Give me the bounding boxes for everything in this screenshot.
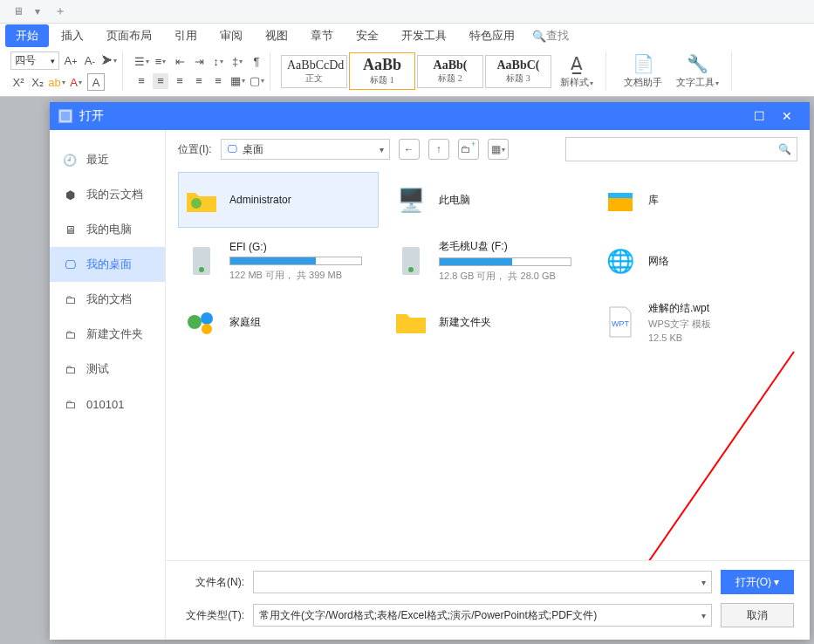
font-color-icon[interactable]: A xyxy=(68,74,84,90)
monitor-icon[interactable]: 🖥 xyxy=(12,5,24,17)
wpt-file-icon: WPT xyxy=(601,305,640,339)
drive-icon xyxy=(182,243,221,278)
new-style-button[interactable]: A̲新样式 xyxy=(553,51,600,91)
filename-input[interactable]: ▾ xyxy=(253,571,712,593)
chevron-down-icon: ▾ xyxy=(701,578,706,587)
pc-icon: 🖥 xyxy=(62,222,78,237)
align-justify-icon[interactable]: ≡ xyxy=(191,73,207,89)
sort-icon[interactable]: ↕ xyxy=(210,54,226,70)
style-normal[interactable]: AaBbCcDd正文 xyxy=(281,55,347,88)
line-spacing-icon[interactable]: ‡ xyxy=(229,54,245,70)
menu-review[interactable]: 审阅 xyxy=(209,24,253,47)
up-button[interactable]: ↑ xyxy=(428,139,449,160)
char-border-icon[interactable]: A xyxy=(87,73,105,91)
search-icon[interactable]: 🔍 xyxy=(778,143,791,155)
menu-search-label: 查找 xyxy=(546,28,569,44)
menu-search[interactable]: 🔍查找 xyxy=(532,28,569,44)
item-thispc[interactable]: 🖥️ 此电脑 xyxy=(387,172,588,228)
sidebar-item-cloud[interactable]: ⬢我的云文档 xyxy=(50,177,165,212)
sidebar-item-010101[interactable]: 🗀010101 xyxy=(50,387,165,421)
filetype-label: 文件类型(T): xyxy=(181,608,244,623)
search-icon: 🔍 xyxy=(532,30,546,43)
sidebar-item-documents[interactable]: 🗀我的文档 xyxy=(50,282,165,317)
menu-pagelayout[interactable]: 页面布局 xyxy=(96,24,162,47)
align-center-icon[interactable]: ≡ xyxy=(153,73,168,89)
filename-label: 文件名(N): xyxy=(181,575,244,590)
subscript-icon[interactable]: X₂ xyxy=(30,74,45,90)
style-h2[interactable]: AaBb(标题 2 xyxy=(417,55,483,88)
doc-helper-button[interactable]: 📄文档助手 xyxy=(617,51,669,91)
item-drive-f[interactable]: 老毛桃U盘 (F:)12.8 GB 可用， 共 28.0 GB xyxy=(387,233,588,289)
chevron-down-icon: ▾ xyxy=(380,145,384,154)
network-icon: 🌐 xyxy=(601,243,640,278)
sidebar-item-recent[interactable]: 🕘最近 xyxy=(50,142,165,177)
menu-special[interactable]: 特色应用 xyxy=(459,24,525,47)
sidebar-item-computer[interactable]: 🖥我的电脑 xyxy=(50,212,165,247)
app-tabs-bar: 🖥 ▾ ＋ xyxy=(0,0,814,24)
superscript-icon[interactable]: X² xyxy=(10,74,26,90)
numbering-icon[interactable]: ≡ xyxy=(153,54,168,70)
shrink-font-icon[interactable]: A- xyxy=(82,53,98,69)
item-library[interactable]: 库 xyxy=(597,172,797,228)
indent-left-icon[interactable]: ⇤ xyxy=(172,54,188,70)
sidebar-item-test[interactable]: 🗀测试 xyxy=(50,352,165,387)
search-input[interactable] xyxy=(566,143,778,155)
sidebar-item-desktop[interactable]: 🖵我的桌面 xyxy=(50,247,165,282)
menu-reference[interactable]: 引用 xyxy=(164,24,208,47)
library-icon xyxy=(601,182,640,217)
item-drive-g[interactable]: EFI (G:)122 MB 可用， 共 399 MB xyxy=(178,233,379,289)
close-button[interactable]: ✕ xyxy=(773,102,801,130)
item-administrator[interactable]: Administrator xyxy=(178,172,379,228)
indent-right-icon[interactable]: ⇥ xyxy=(191,54,207,70)
item-network[interactable]: 🌐 网络 xyxy=(597,233,797,289)
location-label: 位置(I): xyxy=(178,142,212,157)
dialog-footer: 文件名(N): ▾ 打开(O) ▾ 文件类型(T): 常用文件(文字/Word格… xyxy=(166,560,810,640)
sidebar-item-newfolder[interactable]: 🗀新建文件夹 xyxy=(50,317,165,352)
menu-view[interactable]: 视图 xyxy=(255,24,298,47)
borders-icon[interactable]: ▢ xyxy=(249,73,264,89)
clock-icon: 🕘 xyxy=(62,152,78,168)
folder-icon: 🗀 xyxy=(62,361,78,377)
new-folder-button[interactable]: 🗀+ xyxy=(458,139,479,160)
text-tool-button[interactable]: 🔧文字工具 xyxy=(669,51,726,91)
svg-rect-2 xyxy=(608,193,633,198)
style-h3[interactable]: AaBbC(标题 3 xyxy=(485,55,551,88)
ribbon: 四号▾ A+ A- ⮞ X² X₂ ab A A ☰ ≡ ⇤ ⇥ ↕ ‡ ¶ ≡… xyxy=(0,48,814,97)
item-newfolder[interactable]: 新建文件夹 xyxy=(387,294,588,350)
folder-icon xyxy=(392,305,430,339)
annotation-arrow xyxy=(602,334,810,560)
menu-chapter[interactable]: 章节 xyxy=(300,24,344,47)
app-icon xyxy=(58,109,72,123)
cancel-button[interactable]: 取消 xyxy=(721,603,794,627)
change-case-icon[interactable]: ⮞ xyxy=(101,53,117,69)
menu-insert[interactable]: 插入 xyxy=(51,24,94,47)
item-wpt-file[interactable]: WPT 难解的结.wptWPS文字 模板12.5 KB xyxy=(597,294,797,350)
file-icon[interactable]: ▾ xyxy=(31,5,44,17)
menu-security[interactable]: 安全 xyxy=(345,24,389,47)
search-box[interactable]: 🔍 xyxy=(565,137,797,161)
align-distribute-icon[interactable]: ≡ xyxy=(210,73,226,89)
view-mode-button[interactable]: ▦ xyxy=(488,139,509,160)
show-marks-icon[interactable]: ¶ xyxy=(249,54,264,70)
bullets-icon[interactable]: ☰ xyxy=(133,54,149,70)
svg-point-8 xyxy=(201,312,213,325)
svg-point-6 xyxy=(408,267,414,272)
cloud-icon: ⬢ xyxy=(62,187,78,202)
highlight-icon[interactable]: ab xyxy=(49,74,65,90)
style-h1[interactable]: AaBb标题 1 xyxy=(349,52,415,90)
open-button[interactable]: 打开(O) ▾ xyxy=(721,570,794,594)
new-tab-button[interactable]: ＋ xyxy=(54,3,66,19)
grow-font-icon[interactable]: A+ xyxy=(63,53,79,69)
location-select[interactable]: 🖵 桌面 ▾ xyxy=(221,139,390,160)
folder-icon: 🗀 xyxy=(62,291,78,307)
menu-home[interactable]: 开始 xyxy=(5,24,49,47)
menu-devtools[interactable]: 开发工具 xyxy=(391,24,457,47)
maximize-button[interactable]: ☐ xyxy=(745,102,773,130)
back-button[interactable]: ← xyxy=(399,139,420,160)
font-size-select[interactable]: 四号▾ xyxy=(10,51,59,70)
align-left-icon[interactable]: ≡ xyxy=(133,73,149,89)
align-right-icon[interactable]: ≡ xyxy=(172,73,188,89)
item-homegroup[interactable]: 家庭组 xyxy=(178,294,379,350)
shade-icon[interactable]: ▦ xyxy=(229,73,245,89)
filetype-select[interactable]: 常用文件(文字/Word格式;表格/Excel格式;演示/PowerPoint格… xyxy=(253,604,712,627)
